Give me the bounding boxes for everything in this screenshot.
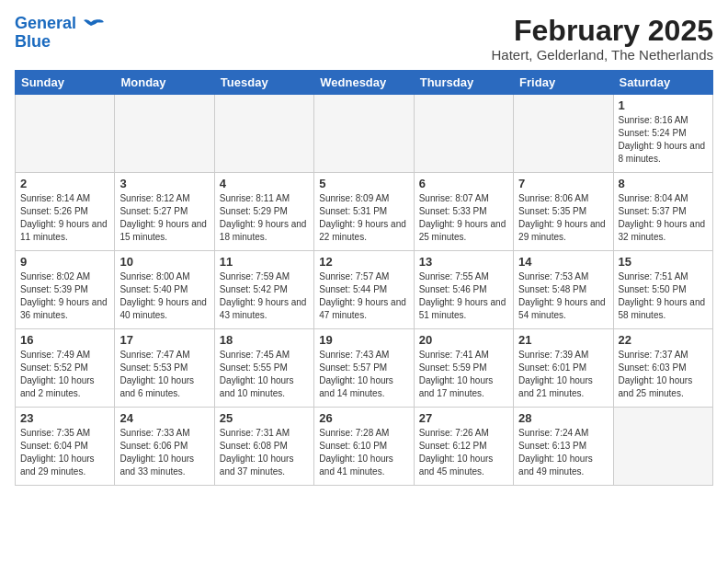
- day-info: Sunrise: 7:59 AM Sunset: 5:42 PM Dayligh…: [220, 270, 309, 322]
- day-info: Sunrise: 7:26 AM Sunset: 6:12 PM Dayligh…: [419, 427, 508, 478]
- day-info: Sunrise: 7:41 AM Sunset: 5:59 PM Dayligh…: [419, 349, 508, 400]
- day-info: Sunrise: 7:37 AM Sunset: 6:03 PM Dayligh…: [619, 349, 708, 400]
- day-number: 10: [119, 255, 209, 269]
- day-info: Sunrise: 7:57 AM Sunset: 5:44 PM Dayligh…: [319, 270, 408, 322]
- day-number: 19: [319, 333, 408, 347]
- calendar-cell: 10Sunrise: 8:00 AM Sunset: 5:40 PM Dayli…: [115, 251, 214, 329]
- day-info: Sunrise: 7:51 AM Sunset: 5:50 PM Dayligh…: [619, 270, 708, 322]
- title-block: February 2025 Hatert, Gelderland, The Ne…: [491, 15, 713, 63]
- logo: GeneralBlue: [15, 15, 104, 52]
- calendar-cell: 11Sunrise: 7:59 AM Sunset: 5:42 PM Dayli…: [214, 251, 313, 329]
- weekday-header-friday: Friday: [514, 71, 613, 95]
- calendar-cell: [115, 95, 214, 173]
- calendar-cell: 16Sunrise: 7:49 AM Sunset: 5:52 PM Dayli…: [16, 329, 115, 408]
- weekday-header-saturday: Saturday: [613, 71, 712, 95]
- day-info: Sunrise: 7:33 AM Sunset: 6:06 PM Dayligh…: [119, 427, 209, 478]
- day-info: Sunrise: 8:16 AM Sunset: 5:24 PM Dayligh…: [619, 114, 708, 166]
- weekday-header-thursday: Thursday: [414, 71, 513, 95]
- calendar-cell: [314, 95, 414, 173]
- calendar-cell: 8Sunrise: 8:04 AM Sunset: 5:37 PM Daylig…: [613, 173, 712, 251]
- day-number: 25: [220, 411, 309, 425]
- calendar-cell: 23Sunrise: 7:35 AM Sunset: 6:04 PM Dayli…: [16, 408, 115, 486]
- calendar-cell: 18Sunrise: 7:45 AM Sunset: 5:55 PM Dayli…: [214, 329, 313, 408]
- day-number: 24: [119, 411, 209, 425]
- week-row-3: 9Sunrise: 8:02 AM Sunset: 5:39 PM Daylig…: [16, 251, 713, 329]
- day-info: Sunrise: 7:45 AM Sunset: 5:55 PM Dayligh…: [220, 349, 309, 400]
- day-number: 16: [20, 333, 109, 347]
- calendar-cell: 6Sunrise: 8:07 AM Sunset: 5:33 PM Daylig…: [414, 173, 513, 251]
- calendar-cell: 9Sunrise: 8:02 AM Sunset: 5:39 PM Daylig…: [16, 251, 115, 329]
- calendar-cell: 21Sunrise: 7:39 AM Sunset: 6:01 PM Dayli…: [514, 329, 613, 408]
- calendar-table: SundayMondayTuesdayWednesdayThursdayFrid…: [15, 70, 713, 486]
- day-number: 3: [119, 177, 209, 190]
- week-row-5: 23Sunrise: 7:35 AM Sunset: 6:04 PM Dayli…: [16, 408, 713, 486]
- weekday-header-sunday: Sunday: [16, 71, 115, 95]
- day-info: Sunrise: 7:35 AM Sunset: 6:04 PM Dayligh…: [20, 427, 109, 478]
- week-row-1: 1Sunrise: 8:16 AM Sunset: 5:24 PM Daylig…: [16, 95, 713, 173]
- location-subtitle: Hatert, Gelderland, The Netherlands: [491, 47, 713, 63]
- day-number: 13: [419, 255, 508, 269]
- day-number: 21: [518, 333, 608, 347]
- calendar-cell: 14Sunrise: 7:53 AM Sunset: 5:48 PM Dayli…: [514, 251, 613, 329]
- day-info: Sunrise: 7:39 AM Sunset: 6:01 PM Dayligh…: [518, 349, 608, 400]
- calendar-cell: 5Sunrise: 8:09 AM Sunset: 5:31 PM Daylig…: [314, 173, 414, 251]
- day-info: Sunrise: 7:43 AM Sunset: 5:57 PM Dayligh…: [319, 349, 408, 400]
- calendar-cell: 7Sunrise: 8:06 AM Sunset: 5:35 PM Daylig…: [514, 173, 613, 251]
- day-number: 26: [319, 411, 408, 425]
- day-number: 17: [119, 333, 209, 347]
- day-info: Sunrise: 7:31 AM Sunset: 6:08 PM Dayligh…: [220, 427, 309, 478]
- calendar-cell: 13Sunrise: 7:55 AM Sunset: 5:46 PM Dayli…: [414, 251, 513, 329]
- calendar-cell: 22Sunrise: 7:37 AM Sunset: 6:03 PM Dayli…: [613, 329, 712, 408]
- day-info: Sunrise: 8:04 AM Sunset: 5:37 PM Dayligh…: [619, 192, 708, 244]
- day-number: 4: [220, 177, 309, 190]
- day-info: Sunrise: 7:47 AM Sunset: 5:53 PM Dayligh…: [119, 349, 209, 400]
- calendar-cell: 3Sunrise: 8:12 AM Sunset: 5:27 PM Daylig…: [115, 173, 214, 251]
- day-info: Sunrise: 7:24 AM Sunset: 6:13 PM Dayligh…: [518, 427, 608, 478]
- day-number: 11: [220, 255, 309, 269]
- day-info: Sunrise: 7:55 AM Sunset: 5:46 PM Dayligh…: [419, 270, 508, 322]
- calendar-cell: [514, 95, 613, 173]
- day-info: Sunrise: 7:49 AM Sunset: 5:52 PM Dayligh…: [20, 349, 109, 400]
- logo-text: GeneralBlue: [15, 15, 76, 52]
- day-number: 28: [518, 411, 608, 425]
- day-number: 18: [220, 333, 309, 347]
- day-info: Sunrise: 7:28 AM Sunset: 6:10 PM Dayligh…: [319, 427, 408, 478]
- weekday-header-tuesday: Tuesday: [214, 71, 313, 95]
- day-number: 7: [518, 177, 608, 190]
- month-year-title: February 2025: [491, 15, 713, 47]
- day-info: Sunrise: 8:11 AM Sunset: 5:29 PM Dayligh…: [220, 192, 309, 244]
- calendar-cell: 1Sunrise: 8:16 AM Sunset: 5:24 PM Daylig…: [613, 95, 712, 173]
- calendar-cell: 28Sunrise: 7:24 AM Sunset: 6:13 PM Dayli…: [514, 408, 613, 486]
- day-info: Sunrise: 8:09 AM Sunset: 5:31 PM Dayligh…: [319, 192, 408, 244]
- calendar-cell: [414, 95, 513, 173]
- calendar-cell: 26Sunrise: 7:28 AM Sunset: 6:10 PM Dayli…: [314, 408, 414, 486]
- calendar-cell: 15Sunrise: 7:51 AM Sunset: 5:50 PM Dayli…: [613, 251, 712, 329]
- day-info: Sunrise: 8:02 AM Sunset: 5:39 PM Dayligh…: [20, 270, 109, 322]
- day-number: 5: [319, 177, 408, 190]
- day-number: 6: [419, 177, 508, 190]
- day-number: 22: [619, 333, 708, 347]
- day-info: Sunrise: 8:14 AM Sunset: 5:26 PM Dayligh…: [20, 192, 109, 244]
- day-info: Sunrise: 7:53 AM Sunset: 5:48 PM Dayligh…: [518, 270, 608, 322]
- week-row-2: 2Sunrise: 8:14 AM Sunset: 5:26 PM Daylig…: [16, 173, 713, 251]
- day-info: Sunrise: 8:00 AM Sunset: 5:40 PM Dayligh…: [119, 270, 209, 322]
- week-row-4: 16Sunrise: 7:49 AM Sunset: 5:52 PM Dayli…: [16, 329, 713, 408]
- day-number: 2: [20, 177, 109, 190]
- day-info: Sunrise: 8:07 AM Sunset: 5:33 PM Dayligh…: [419, 192, 508, 244]
- calendar-cell: 25Sunrise: 7:31 AM Sunset: 6:08 PM Dayli…: [214, 408, 313, 486]
- day-number: 27: [419, 411, 508, 425]
- calendar-cell: [16, 95, 115, 173]
- weekday-header-wednesday: Wednesday: [314, 71, 414, 95]
- weekday-header-monday: Monday: [115, 71, 214, 95]
- calendar-cell: 20Sunrise: 7:41 AM Sunset: 5:59 PM Dayli…: [414, 329, 513, 408]
- calendar-cell: 17Sunrise: 7:47 AM Sunset: 5:53 PM Dayli…: [115, 329, 214, 408]
- day-number: 1: [619, 98, 708, 112]
- day-info: Sunrise: 8:12 AM Sunset: 5:27 PM Dayligh…: [119, 192, 209, 244]
- day-info: Sunrise: 8:06 AM Sunset: 5:35 PM Dayligh…: [518, 192, 608, 244]
- logo-bird-icon: [78, 18, 104, 39]
- day-number: 15: [619, 255, 708, 269]
- day-number: 12: [319, 255, 408, 269]
- calendar-cell: 27Sunrise: 7:26 AM Sunset: 6:12 PM Dayli…: [414, 408, 513, 486]
- calendar-cell: [214, 95, 313, 173]
- calendar-cell: 19Sunrise: 7:43 AM Sunset: 5:57 PM Dayli…: [314, 329, 414, 408]
